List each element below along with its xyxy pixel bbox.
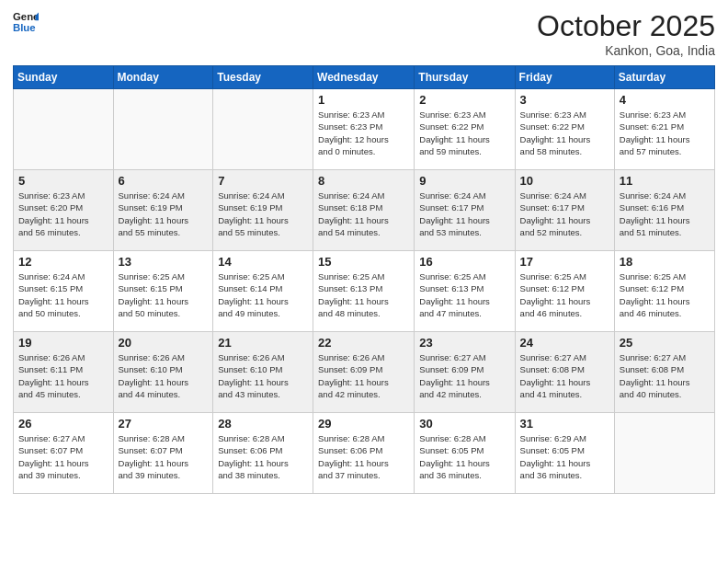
week-row-4: 19Sunrise: 6:26 AM Sunset: 6:11 PM Dayli…: [14, 332, 715, 413]
day-info: Sunrise: 6:23 AM Sunset: 6:21 PM Dayligh…: [620, 109, 710, 157]
day-info: Sunrise: 6:28 AM Sunset: 6:05 PM Dayligh…: [419, 432, 509, 481]
day-number: 27: [119, 417, 209, 431]
svg-text:Blue: Blue: [13, 22, 36, 33]
day-cell: 9Sunrise: 6:24 AM Sunset: 6:17 PM Daylig…: [415, 170, 515, 251]
week-row-1: 1Sunrise: 6:23 AM Sunset: 6:23 PM Daylig…: [14, 89, 715, 170]
day-cell: 24Sunrise: 6:27 AM Sunset: 6:08 PM Dayli…: [515, 332, 614, 413]
day-info: Sunrise: 6:27 AM Sunset: 6:09 PM Dayligh…: [419, 351, 509, 400]
day-info: Sunrise: 6:26 AM Sunset: 6:10 PM Dayligh…: [218, 351, 308, 400]
day-cell: 6Sunrise: 6:24 AM Sunset: 6:19 PM Daylig…: [113, 170, 213, 251]
day-number: 3: [520, 93, 609, 107]
day-number: 6: [119, 174, 209, 188]
day-info: Sunrise: 6:23 AM Sunset: 6:20 PM Dayligh…: [18, 190, 108, 238]
day-number: 17: [520, 255, 609, 269]
day-info: Sunrise: 6:27 AM Sunset: 6:08 PM Dayligh…: [520, 351, 609, 400]
day-info: Sunrise: 6:25 AM Sunset: 6:14 PM Dayligh…: [218, 270, 308, 319]
day-number: 23: [419, 336, 509, 350]
svg-text:General: General: [13, 11, 39, 22]
day-number: 8: [318, 174, 409, 188]
day-info: Sunrise: 6:23 AM Sunset: 6:22 PM Dayligh…: [419, 109, 509, 157]
col-header-saturday: Saturday: [614, 66, 714, 89]
day-number: 28: [218, 417, 308, 431]
day-cell: 4Sunrise: 6:23 AM Sunset: 6:21 PM Daylig…: [614, 89, 714, 170]
logo: General Blue: [13, 9, 39, 35]
day-cell: [213, 89, 313, 170]
week-row-3: 12Sunrise: 6:24 AM Sunset: 6:15 PM Dayli…: [14, 251, 715, 332]
day-cell: 12Sunrise: 6:24 AM Sunset: 6:15 PM Dayli…: [14, 251, 114, 332]
day-cell: [113, 89, 213, 170]
col-header-thursday: Thursday: [415, 66, 515, 89]
day-cell: 30Sunrise: 6:28 AM Sunset: 6:05 PM Dayli…: [415, 413, 515, 494]
day-number: 9: [419, 174, 509, 188]
day-cell: 8Sunrise: 6:24 AM Sunset: 6:18 PM Daylig…: [313, 170, 415, 251]
day-number: 10: [520, 174, 609, 188]
day-info: Sunrise: 6:24 AM Sunset: 6:17 PM Dayligh…: [419, 190, 509, 238]
day-number: 7: [218, 174, 308, 188]
day-number: 12: [18, 255, 108, 269]
day-cell: 27Sunrise: 6:28 AM Sunset: 6:07 PM Dayli…: [113, 413, 213, 494]
day-info: Sunrise: 6:27 AM Sunset: 6:07 PM Dayligh…: [18, 432, 108, 481]
day-cell: 20Sunrise: 6:26 AM Sunset: 6:10 PM Dayli…: [113, 332, 213, 413]
day-info: Sunrise: 6:23 AM Sunset: 6:22 PM Dayligh…: [520, 109, 609, 157]
title-block: October 2025 Kankon, Goa, India: [537, 9, 715, 58]
day-number: 30: [419, 417, 509, 431]
day-number: 25: [620, 336, 710, 350]
day-info: Sunrise: 6:28 AM Sunset: 6:07 PM Dayligh…: [119, 432, 209, 481]
day-info: Sunrise: 6:25 AM Sunset: 6:12 PM Dayligh…: [620, 270, 710, 319]
day-number: 26: [18, 417, 108, 431]
day-cell: 11Sunrise: 6:24 AM Sunset: 6:16 PM Dayli…: [614, 170, 714, 251]
day-cell: 31Sunrise: 6:29 AM Sunset: 6:05 PM Dayli…: [515, 413, 614, 494]
day-info: Sunrise: 6:25 AM Sunset: 6:15 PM Dayligh…: [119, 270, 209, 319]
day-cell: 15Sunrise: 6:25 AM Sunset: 6:13 PM Dayli…: [313, 251, 415, 332]
day-cell: [14, 89, 114, 170]
day-cell: 17Sunrise: 6:25 AM Sunset: 6:12 PM Dayli…: [515, 251, 614, 332]
calendar-container: General Blue October 2025 Kankon, Goa, I…: [0, 0, 728, 563]
day-info: Sunrise: 6:24 AM Sunset: 6:19 PM Dayligh…: [119, 190, 209, 238]
day-cell: 22Sunrise: 6:26 AM Sunset: 6:09 PM Dayli…: [313, 332, 415, 413]
day-number: 22: [318, 336, 409, 350]
location: Kankon, Goa, India: [537, 43, 715, 58]
day-cell: 28Sunrise: 6:28 AM Sunset: 6:06 PM Dayli…: [213, 413, 313, 494]
day-cell: [614, 413, 714, 494]
day-cell: 7Sunrise: 6:24 AM Sunset: 6:19 PM Daylig…: [213, 170, 313, 251]
day-cell: 26Sunrise: 6:27 AM Sunset: 6:07 PM Dayli…: [14, 413, 114, 494]
day-cell: 21Sunrise: 6:26 AM Sunset: 6:10 PM Dayli…: [213, 332, 313, 413]
day-number: 14: [218, 255, 308, 269]
day-cell: 16Sunrise: 6:25 AM Sunset: 6:13 PM Dayli…: [415, 251, 515, 332]
day-number: 4: [620, 93, 710, 107]
col-header-sunday: Sunday: [14, 66, 114, 89]
day-info: Sunrise: 6:24 AM Sunset: 6:16 PM Dayligh…: [620, 190, 710, 238]
day-info: Sunrise: 6:25 AM Sunset: 6:12 PM Dayligh…: [520, 270, 609, 319]
week-row-5: 26Sunrise: 6:27 AM Sunset: 6:07 PM Dayli…: [14, 413, 715, 494]
day-cell: 2Sunrise: 6:23 AM Sunset: 6:22 PM Daylig…: [415, 89, 515, 170]
day-info: Sunrise: 6:26 AM Sunset: 6:10 PM Dayligh…: [119, 351, 209, 400]
calendar-table: SundayMondayTuesdayWednesdayThursdayFrid…: [13, 65, 715, 494]
col-header-monday: Monday: [113, 66, 213, 89]
day-info: Sunrise: 6:26 AM Sunset: 6:11 PM Dayligh…: [18, 351, 108, 400]
day-info: Sunrise: 6:26 AM Sunset: 6:09 PM Dayligh…: [318, 351, 409, 400]
day-number: 24: [520, 336, 609, 350]
month-title: October 2025: [537, 9, 715, 43]
day-number: 20: [119, 336, 209, 350]
day-number: 1: [318, 93, 409, 107]
col-header-wednesday: Wednesday: [313, 66, 415, 89]
day-cell: 25Sunrise: 6:27 AM Sunset: 6:08 PM Dayli…: [614, 332, 714, 413]
day-cell: 23Sunrise: 6:27 AM Sunset: 6:09 PM Dayli…: [415, 332, 515, 413]
day-cell: 5Sunrise: 6:23 AM Sunset: 6:20 PM Daylig…: [14, 170, 114, 251]
header: General Blue October 2025 Kankon, Goa, I…: [13, 9, 715, 58]
day-cell: 10Sunrise: 6:24 AM Sunset: 6:17 PM Dayli…: [515, 170, 614, 251]
day-number: 19: [18, 336, 108, 350]
day-cell: 19Sunrise: 6:26 AM Sunset: 6:11 PM Dayli…: [14, 332, 114, 413]
day-info: Sunrise: 6:24 AM Sunset: 6:17 PM Dayligh…: [520, 190, 609, 238]
day-info: Sunrise: 6:27 AM Sunset: 6:08 PM Dayligh…: [620, 351, 710, 400]
day-number: 15: [318, 255, 409, 269]
day-number: 2: [419, 93, 509, 107]
col-header-tuesday: Tuesday: [213, 66, 313, 89]
day-info: Sunrise: 6:28 AM Sunset: 6:06 PM Dayligh…: [318, 432, 409, 481]
day-cell: 13Sunrise: 6:25 AM Sunset: 6:15 PM Dayli…: [113, 251, 213, 332]
day-cell: 18Sunrise: 6:25 AM Sunset: 6:12 PM Dayli…: [614, 251, 714, 332]
logo-icon: General Blue: [13, 9, 39, 35]
day-info: Sunrise: 6:28 AM Sunset: 6:06 PM Dayligh…: [218, 432, 308, 481]
day-number: 21: [218, 336, 308, 350]
day-info: Sunrise: 6:23 AM Sunset: 6:23 PM Dayligh…: [318, 109, 409, 157]
